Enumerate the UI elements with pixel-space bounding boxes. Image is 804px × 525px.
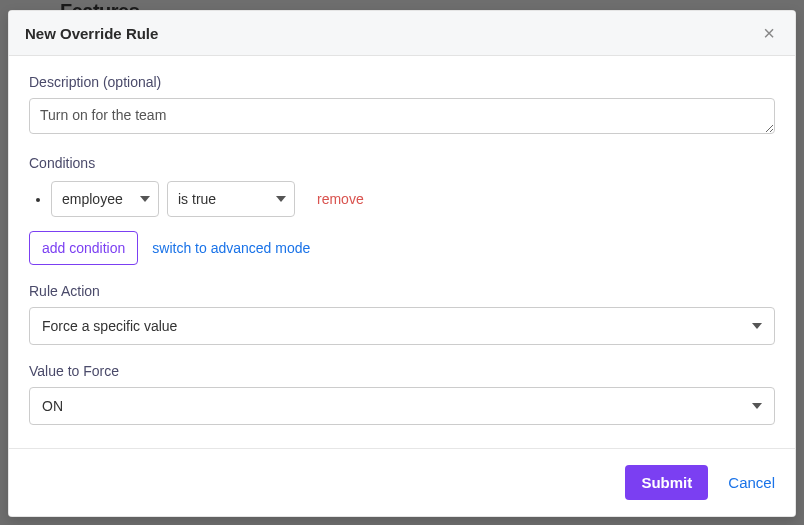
rule-action-select[interactable]: Force a specific value <box>29 307 775 345</box>
remove-condition-button[interactable]: remove <box>317 191 364 207</box>
submit-button[interactable]: Submit <box>625 465 708 500</box>
close-icon: × <box>763 22 775 44</box>
description-input[interactable] <box>29 98 775 134</box>
condition-actions: add condition switch to advanced mode <box>29 231 775 265</box>
value-to-force-group: Value to Force ON <box>29 363 775 425</box>
rule-action-label: Rule Action <box>29 283 775 299</box>
conditions-list: employee is true remove <box>29 179 775 221</box>
override-rule-modal: New Override Rule × Description (optiona… <box>8 10 796 517</box>
description-group: Description (optional) <box>29 74 775 137</box>
rule-action-group: Rule Action Force a specific value <box>29 283 775 345</box>
modal-body: Description (optional) Conditions employ… <box>9 56 795 448</box>
add-condition-button[interactable]: add condition <box>29 231 138 265</box>
close-button[interactable]: × <box>759 23 779 43</box>
value-to-force-select[interactable]: ON <box>29 387 775 425</box>
modal-title: New Override Rule <box>25 25 158 42</box>
condition-row: employee is true remove <box>51 179 775 221</box>
value-to-force-label: Value to Force <box>29 363 775 379</box>
condition-operator-select[interactable]: is true <box>167 181 295 217</box>
conditions-group: Conditions employee is true remove ad <box>29 155 775 265</box>
modal-footer: Submit Cancel <box>9 448 795 516</box>
conditions-label: Conditions <box>29 155 775 171</box>
cancel-button[interactable]: Cancel <box>728 474 775 491</box>
description-label: Description (optional) <box>29 74 775 90</box>
advanced-mode-link[interactable]: switch to advanced mode <box>152 240 310 256</box>
condition-attribute-select[interactable]: employee <box>51 181 159 217</box>
modal-header: New Override Rule × <box>9 11 795 56</box>
